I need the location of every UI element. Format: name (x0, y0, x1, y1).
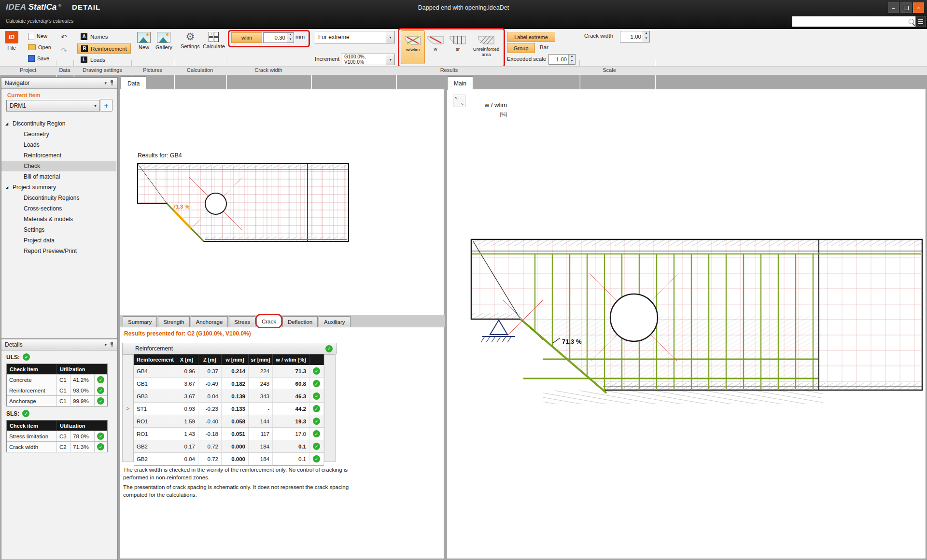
current-item-dropdown[interactable]: DRM1 ▼ (6, 100, 100, 112)
scale-crack-width-spinner[interactable]: 1.00 ▲▼ (620, 31, 650, 42)
tree-item-discontinuity-regions[interactable]: Discontinuity Regions (1, 193, 116, 203)
tree-item-report-preview-print[interactable]: Report Preview/Print (1, 246, 116, 256)
reinforcement-row[interactable]: RO11.43-0.180.05111717.0 (134, 428, 324, 440)
names-toggle[interactable]: A Names (77, 31, 111, 42)
exceeded-scale-arrows[interactable]: ▲▼ (568, 55, 575, 64)
check-row[interactable]: AnchorageC199.9% (7, 395, 107, 406)
tree-item-settings[interactable]: Settings (1, 224, 116, 235)
bar-label[interactable]: Bar (540, 44, 548, 50)
tree-item-check[interactable]: Check (1, 161, 116, 171)
result-tab-summary[interactable]: Summary (123, 316, 157, 327)
reinforcement-row[interactable]: ST10.93-0.230.133-44.2 (134, 403, 324, 415)
tree-item-project-summary[interactable]: ◢Project summary (1, 182, 116, 193)
close-button[interactable]: × (913, 2, 924, 13)
settings-button[interactable]: ⚙ Settings (181, 31, 200, 49)
result-display-w-wlim[interactable]: w/wlim (401, 30, 425, 64)
check-ok-icon (313, 418, 320, 425)
current-item-arrow-icon[interactable]: ▼ (91, 100, 99, 111)
pin-icon[interactable] (110, 80, 114, 86)
result-tab-stress[interactable]: Stress (229, 316, 255, 327)
for-extreme-arrow-icon[interactable]: ▼ (386, 31, 394, 43)
search-options-button[interactable] (915, 16, 926, 27)
new-button[interactable]: New (28, 32, 47, 41)
table-scrollbar[interactable] (324, 354, 336, 462)
tree-item-materials-models[interactable]: Materials & models (1, 214, 116, 224)
reinforcement-section-label: Reinforcement (135, 345, 173, 352)
redo-button[interactable]: ↷ (61, 46, 67, 55)
fit-view-button[interactable]: ↖↘ (453, 95, 465, 107)
calculate-button[interactable]: +− Calculate (203, 32, 225, 49)
result-display-w[interactable]: w (425, 30, 446, 63)
details-pin-icon[interactable] (110, 342, 114, 348)
tree-item-loads[interactable]: Loads (1, 140, 116, 150)
result-tab-deflection[interactable]: Deflection (282, 316, 318, 327)
table-expander-glyph: > (126, 406, 129, 411)
save-button[interactable]: Save (28, 54, 49, 63)
label-extreme-toggle[interactable]: Label extreme (507, 32, 555, 42)
detail-drawing-small[interactable]: Results for: GB4 71.3 % (120, 89, 443, 314)
group-label-project: Project (20, 67, 36, 73)
check-value-cell: 71.3% (70, 442, 95, 452)
undo-button[interactable]: ↶ (61, 33, 67, 42)
reinforcement-row[interactable]: GB13.67-0.490.18224360.8 (134, 378, 324, 390)
reinforcement-row[interactable]: GB20.040.720.0001840.1 (134, 453, 324, 465)
tree-item-reinforcement[interactable]: Reinforcement (1, 150, 116, 161)
increment-arrow-icon[interactable]: ▼ (386, 54, 394, 65)
reinforcement-row[interactable]: GB33.67-0.040.13934346.3 (134, 390, 324, 403)
minimize-button[interactable]: – (888, 2, 899, 13)
tree-item-label: Reinforcement (24, 152, 61, 159)
reinforcement-row[interactable]: GB20.170.720.0001840.1 (134, 440, 324, 453)
details-collapse-icon[interactable]: ▾ (104, 342, 107, 347)
result-tab-strength[interactable]: Strength (158, 316, 189, 327)
expander-icon[interactable]: ◢ (5, 122, 13, 126)
tree-item-project-data[interactable]: Project data (1, 235, 116, 246)
check-row[interactable]: ConcreteC141.2% (7, 374, 107, 385)
result-tab-anchorage[interactable]: Anchorage (191, 316, 228, 327)
table-expander[interactable]: > (122, 354, 134, 462)
detail-drawing-main[interactable]: 71.3 % (446, 89, 925, 558)
result-tab-crack[interactable]: Crack (256, 315, 281, 327)
check-table-header: Check itemUtilization (7, 364, 107, 374)
tab-main[interactable]: Main (447, 76, 473, 90)
tree-item-cross-sections[interactable]: Cross-sections (1, 203, 116, 214)
picture-new-button[interactable]: New (137, 32, 151, 50)
search-input[interactable] (792, 16, 917, 27)
result-display-sr[interactable]: sr (447, 30, 468, 63)
tree-item-geometry[interactable]: Geometry (1, 129, 116, 140)
reinforcement-section-header[interactable]: Reinforcement (122, 343, 337, 354)
tree-item-label: Check (24, 163, 40, 169)
open-button[interactable]: Open (28, 43, 51, 52)
beam-outline (138, 164, 349, 241)
gallery-button[interactable]: Gallery (155, 32, 172, 50)
scale-crack-width-arrows[interactable]: ▲▼ (643, 31, 649, 42)
for-extreme-dropdown[interactable]: For extreme ▼ (315, 31, 395, 43)
tab-data[interactable]: Data (121, 76, 146, 90)
check-status-cell (95, 375, 107, 385)
loads-toggle[interactable]: L Loads (77, 55, 109, 65)
wlim-spinner[interactable]: 0.30 ▲▼ (263, 32, 294, 43)
result-display-unreinforced-area[interactable]: Unreinforced area (469, 30, 503, 63)
result-tab-auxiliary[interactable]: Auxiliary (319, 316, 350, 327)
tree-item-bill-of-material[interactable]: Bill of material (1, 171, 116, 182)
reinforcement-row[interactable]: RO11.59-0.400.05814419.3 (134, 415, 324, 428)
reinforcement-toggle[interactable]: R Reinforcement (77, 43, 131, 54)
utilization-label-small: 71.3 % (173, 204, 189, 210)
tree-item-discontinuity-region[interactable]: ◢Discontinuity Region (1, 118, 116, 129)
reinforcement-row[interactable]: GB40.96-0.370.21422471.3 (134, 365, 324, 378)
collapse-icon[interactable]: ▾ (104, 81, 107, 85)
exceeded-scale-spinner[interactable]: 1.00 ▲▼ (548, 54, 576, 65)
uls-ok-icon (23, 353, 30, 361)
check-row[interactable]: Crack widthC271.3% (7, 441, 107, 452)
expander-icon[interactable]: ◢ (5, 185, 13, 190)
wlim-chip[interactable]: wlim (231, 32, 262, 43)
check-row[interactable]: Stress limitationC378.0% (7, 431, 107, 441)
increment-dropdown[interactable]: G100.0%, V100.0% ▼ (341, 54, 395, 65)
file-button[interactable]: ID File (5, 31, 18, 51)
maximize-button[interactable] (900, 2, 912, 13)
check-row[interactable]: ReinforcementC193.0% (7, 385, 107, 395)
group-toggle[interactable]: Group (507, 43, 535, 53)
expand-icon: ↖ (453, 95, 459, 101)
wlim-spinner-arrows[interactable]: ▲▼ (287, 33, 294, 42)
add-item-button[interactable]: + (100, 99, 112, 112)
crack-ticks-band (543, 391, 823, 404)
